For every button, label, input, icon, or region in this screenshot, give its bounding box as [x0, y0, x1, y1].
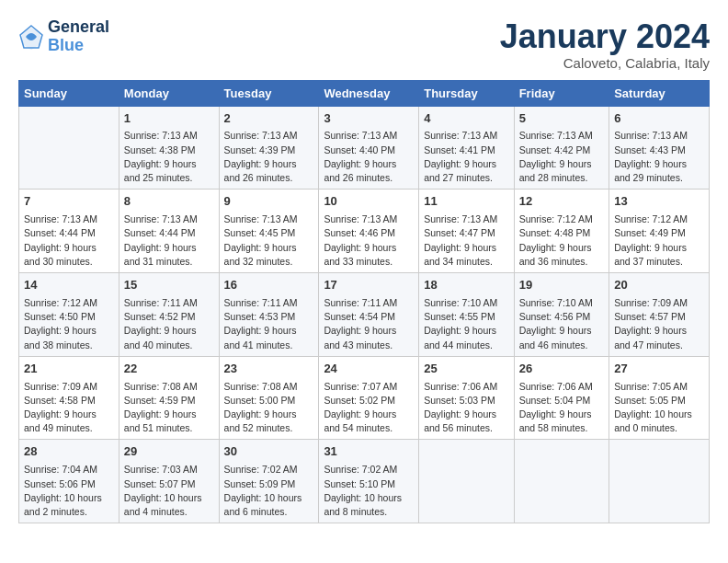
day-info: Sunrise: 7:13 AMSunset: 4:40 PMDaylight:…: [324, 129, 414, 185]
page-header: General Blue January 2024 Caloveto, Cala…: [18, 18, 710, 71]
calendar-cell: 26Sunrise: 7:06 AMSunset: 5:04 PMDayligh…: [514, 356, 609, 440]
day-number: 18: [424, 277, 508, 294]
day-info: Sunrise: 7:11 AMSunset: 4:53 PMDaylight:…: [224, 296, 314, 352]
calendar-cell: 11Sunrise: 7:13 AMSunset: 4:47 PMDayligh…: [419, 190, 514, 273]
day-number: 25: [424, 361, 508, 378]
calendar-cell: 21Sunrise: 7:09 AMSunset: 4:58 PMDayligh…: [19, 356, 119, 440]
day-number: 7: [24, 193, 114, 211]
logo-text: General Blue: [48, 18, 109, 55]
day-info: Sunrise: 7:03 AMSunset: 5:07 PMDaylight:…: [124, 463, 214, 519]
day-number: 2: [224, 110, 314, 128]
calendar-cell: 27Sunrise: 7:05 AMSunset: 5:05 PMDayligh…: [609, 356, 710, 440]
day-info: Sunrise: 7:06 AMSunset: 5:04 PMDaylight:…: [519, 380, 604, 436]
day-number: 1: [124, 110, 214, 128]
day-info: Sunrise: 7:09 AMSunset: 4:57 PMDaylight:…: [614, 296, 704, 352]
calendar-cell: 24Sunrise: 7:07 AMSunset: 5:02 PMDayligh…: [319, 356, 419, 440]
day-info: Sunrise: 7:02 AMSunset: 5:10 PMDaylight:…: [324, 463, 414, 519]
calendar-body: 1Sunrise: 7:13 AMSunset: 4:38 PMDaylight…: [19, 106, 710, 523]
calendar-cell: 31Sunrise: 7:02 AMSunset: 5:10 PMDayligh…: [319, 440, 419, 523]
day-number: 28: [24, 443, 114, 461]
day-info: Sunrise: 7:13 AMSunset: 4:42 PMDaylight:…: [519, 129, 604, 185]
calendar-cell: 17Sunrise: 7:11 AMSunset: 4:54 PMDayligh…: [319, 273, 419, 357]
calendar-cell: 16Sunrise: 7:11 AMSunset: 4:53 PMDayligh…: [219, 273, 319, 357]
calendar-cell: 10Sunrise: 7:13 AMSunset: 4:46 PMDayligh…: [319, 190, 419, 273]
day-info: Sunrise: 7:11 AMSunset: 4:52 PMDaylight:…: [124, 296, 214, 352]
calendar-cell: 7Sunrise: 7:13 AMSunset: 4:44 PMDaylight…: [19, 190, 119, 273]
header-monday: Monday: [119, 80, 219, 106]
day-number: 19: [519, 277, 604, 294]
day-number: 26: [519, 361, 604, 378]
calendar-header-row: SundayMondayTuesdayWednesdayThursdayFrid…: [19, 80, 710, 106]
day-number: 8: [124, 193, 214, 211]
calendar-cell: 1Sunrise: 7:13 AMSunset: 4:38 PMDaylight…: [119, 106, 219, 190]
day-number: 10: [324, 193, 414, 211]
day-number: 16: [224, 277, 314, 294]
day-info: Sunrise: 7:08 AMSunset: 5:00 PMDaylight:…: [224, 380, 314, 436]
day-info: Sunrise: 7:13 AMSunset: 4:38 PMDaylight:…: [124, 129, 214, 185]
day-number: 22: [124, 361, 214, 378]
calendar-cell: [419, 440, 514, 523]
day-number: 31: [324, 443, 414, 461]
week-row-1: 1Sunrise: 7:13 AMSunset: 4:38 PMDaylight…: [19, 106, 710, 190]
header-saturday: Saturday: [609, 80, 710, 106]
calendar-cell: 15Sunrise: 7:11 AMSunset: 4:52 PMDayligh…: [119, 273, 219, 357]
calendar-cell: 18Sunrise: 7:10 AMSunset: 4:55 PMDayligh…: [419, 273, 514, 357]
month-title: January 2024: [500, 18, 710, 55]
day-info: Sunrise: 7:06 AMSunset: 5:03 PMDaylight:…: [424, 380, 508, 436]
day-number: 5: [519, 110, 604, 128]
header-thursday: Thursday: [419, 80, 514, 106]
day-number: 30: [224, 443, 314, 461]
logo-icon: [18, 24, 44, 50]
day-info: Sunrise: 7:05 AMSunset: 5:05 PMDaylight:…: [614, 380, 704, 436]
calendar-cell: 9Sunrise: 7:13 AMSunset: 4:45 PMDaylight…: [219, 190, 319, 273]
day-number: 21: [24, 361, 114, 378]
logo: General Blue: [18, 18, 109, 55]
calendar-cell: 20Sunrise: 7:09 AMSunset: 4:57 PMDayligh…: [609, 273, 710, 357]
calendar-cell: 12Sunrise: 7:12 AMSunset: 4:48 PMDayligh…: [514, 190, 609, 273]
day-info: Sunrise: 7:13 AMSunset: 4:46 PMDaylight:…: [324, 213, 414, 269]
day-info: Sunrise: 7:13 AMSunset: 4:47 PMDaylight:…: [424, 213, 508, 269]
calendar-cell: 23Sunrise: 7:08 AMSunset: 5:00 PMDayligh…: [219, 356, 319, 440]
day-info: Sunrise: 7:11 AMSunset: 4:54 PMDaylight:…: [324, 296, 414, 352]
week-row-2: 7Sunrise: 7:13 AMSunset: 4:44 PMDaylight…: [19, 190, 710, 273]
calendar-cell: 13Sunrise: 7:12 AMSunset: 4:49 PMDayligh…: [609, 190, 710, 273]
day-number: 29: [124, 443, 214, 461]
calendar-cell: [609, 440, 710, 523]
calendar-cell: 22Sunrise: 7:08 AMSunset: 4:59 PMDayligh…: [119, 356, 219, 440]
title-block: January 2024 Caloveto, Calabria, Italy: [500, 18, 710, 71]
calendar-cell: 28Sunrise: 7:04 AMSunset: 5:06 PMDayligh…: [19, 440, 119, 523]
calendar-cell: [19, 106, 119, 190]
day-info: Sunrise: 7:12 AMSunset: 4:48 PMDaylight:…: [519, 213, 604, 269]
day-info: Sunrise: 7:13 AMSunset: 4:44 PMDaylight:…: [124, 213, 214, 269]
day-number: 12: [519, 193, 604, 211]
calendar-cell: 2Sunrise: 7:13 AMSunset: 4:39 PMDaylight…: [219, 106, 319, 190]
day-info: Sunrise: 7:09 AMSunset: 4:58 PMDaylight:…: [24, 380, 114, 436]
day-number: 13: [614, 193, 704, 211]
calendar-cell: 6Sunrise: 7:13 AMSunset: 4:43 PMDaylight…: [609, 106, 710, 190]
calendar-table: SundayMondayTuesdayWednesdayThursdayFrid…: [18, 80, 710, 524]
header-friday: Friday: [514, 80, 609, 106]
day-number: 15: [124, 277, 214, 294]
calendar-cell: 14Sunrise: 7:12 AMSunset: 4:50 PMDayligh…: [19, 273, 119, 357]
day-number: 17: [324, 277, 414, 294]
week-row-5: 28Sunrise: 7:04 AMSunset: 5:06 PMDayligh…: [19, 440, 710, 523]
day-info: Sunrise: 7:04 AMSunset: 5:06 PMDaylight:…: [24, 463, 114, 519]
subtitle: Caloveto, Calabria, Italy: [500, 55, 710, 71]
day-info: Sunrise: 7:13 AMSunset: 4:45 PMDaylight:…: [224, 213, 314, 269]
calendar-cell: 5Sunrise: 7:13 AMSunset: 4:42 PMDaylight…: [514, 106, 609, 190]
day-info: Sunrise: 7:07 AMSunset: 5:02 PMDaylight:…: [324, 380, 414, 436]
day-number: 11: [424, 193, 508, 211]
calendar-cell: 29Sunrise: 7:03 AMSunset: 5:07 PMDayligh…: [119, 440, 219, 523]
day-info: Sunrise: 7:13 AMSunset: 4:39 PMDaylight:…: [224, 129, 314, 185]
day-number: 3: [324, 110, 414, 128]
day-info: Sunrise: 7:12 AMSunset: 4:50 PMDaylight:…: [24, 296, 114, 352]
calendar-cell: [514, 440, 609, 523]
day-info: Sunrise: 7:13 AMSunset: 4:41 PMDaylight:…: [424, 129, 508, 185]
day-info: Sunrise: 7:12 AMSunset: 4:49 PMDaylight:…: [614, 213, 704, 269]
day-number: 4: [424, 110, 508, 128]
day-number: 9: [224, 193, 314, 211]
day-info: Sunrise: 7:10 AMSunset: 4:56 PMDaylight:…: [519, 296, 604, 352]
day-number: 20: [614, 277, 704, 294]
day-info: Sunrise: 7:10 AMSunset: 4:55 PMDaylight:…: [424, 296, 508, 352]
calendar-cell: 4Sunrise: 7:13 AMSunset: 4:41 PMDaylight…: [419, 106, 514, 190]
